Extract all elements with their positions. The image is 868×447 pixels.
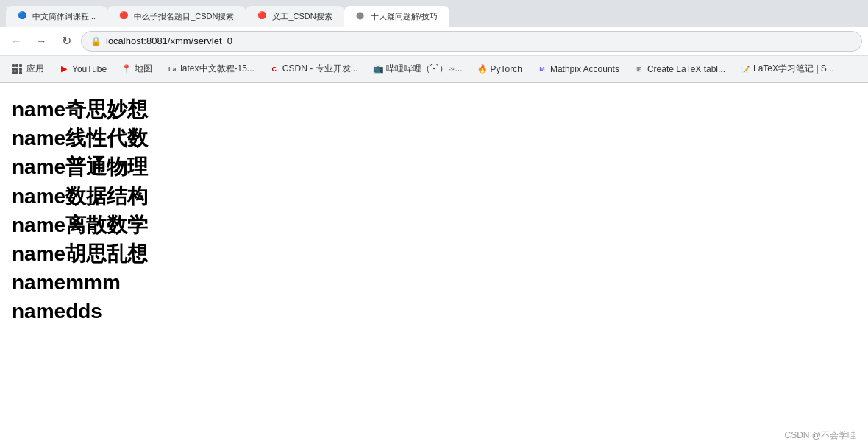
bookmark-latexnotes[interactable]: 📝 LaTeX学习笔记 | S... [734,60,840,78]
bookmark-pytorch[interactable]: 🔥 PyTorch [472,61,528,77]
name-item-2: name线性代数 [12,124,856,152]
bookmark-csdn-label: CSDN - 专业开发... [282,63,358,75]
name-item-3: name普通物理 [12,152,856,181]
bookmark-latexnotes-label: LaTeX学习笔记 | S... [753,63,834,75]
csdn-icon: C [269,64,280,74]
youtube-icon: ▶ [59,64,69,74]
latexnotes-icon: 📝 [740,64,750,74]
forward-button[interactable]: → [31,31,51,52]
reload-button[interactable]: ↻ [56,31,77,52]
tab-favicon-3: 🔴 [257,11,268,21]
bookmark-latex[interactable]: La latex中文教程-15... [161,60,260,78]
browser-tab-2[interactable]: 🔴 中么子报名题目_CSDN搜索 [107,6,246,27]
watermark: CSDN @不会学哇 [784,429,856,442]
browser-tab-4[interactable]: ⬤ 十大疑问题解/技巧 [344,6,449,27]
tab-favicon-1: 🔵 [18,11,28,21]
bookmark-mathpix-label: Mathpix Accounts [550,64,619,74]
latex-icon: La [167,64,177,74]
name-item-6: name胡思乱想 [12,239,856,268]
address-bar[interactable]: 🔒 localhost:8081/xmm/servlet_0 [81,31,862,52]
tab-favicon-2: 🔴 [119,11,129,21]
tab-favicon-4: ⬤ [356,11,366,21]
bookmark-apps-label: 应用 [26,63,44,75]
name-item-8: namedds [12,297,856,325]
pytorch-icon: 🔥 [477,64,488,74]
name-item-5: name离散数学 [12,211,856,239]
tab-label-1: 中文简体词课程... [32,11,96,22]
map-icon: 📍 [121,64,132,74]
name-item-1: name奇思妙想 [12,95,856,124]
bookmark-ditu-label: 地图 [135,63,152,75]
bookmark-bilibili-label: 哔哩哔哩（´-`）∽... [386,63,463,75]
bookmark-youtube[interactable]: ▶ YouTube [53,61,113,77]
bookmark-createlatex[interactable]: ⊞ Create LaTeX tabl... [628,61,731,77]
tab-label-4: 十大疑问题解/技巧 [371,11,438,22]
tab-label-2: 中么子报名题目_CSDN搜索 [134,11,234,22]
tab-bar: 🔵 中文简体词课程... 🔴 中么子报名题目_CSDN搜索 🔴 义工_CSDN搜… [0,0,868,27]
bookmark-createlatex-label: Create LaTeX tabl... [647,64,725,74]
bookmark-mathpix[interactable]: M Mathpix Accounts [531,61,625,77]
lock-icon: 🔒 [90,36,102,46]
bookmarks-bar: 应用 ▶ YouTube 📍 地图 La latex中文教程-15... C C… [0,56,868,82]
name-list: name奇思妙想name线性代数name普通物理name数据结构name离散数学… [12,95,856,326]
name-item-4: name数据结构 [12,182,856,211]
bookmark-bilibili[interactable]: 📺 哔哩哔哩（´-`）∽... [367,60,469,78]
browser-tab-3[interactable]: 🔴 义工_CSDN搜索 [246,6,344,27]
mathpix-icon: M [537,64,547,74]
bookmark-ditu[interactable]: 📍 地图 [115,60,158,78]
bookmark-csdn[interactable]: C CSDN - 专业开发... [263,60,364,78]
bookmark-youtube-label: YouTube [72,64,107,74]
tab-label-3: 义工_CSDN搜索 [272,11,332,22]
name-item-7: namemmm [12,268,856,297]
nav-bar: ← → ↻ 🔒 localhost:8081/xmm/servlet_0 [0,27,868,56]
bookmark-pytorch-label: PyTorch [491,64,522,74]
browser-tab-1[interactable]: 🔵 中文简体词课程... [6,6,107,27]
page-content: name奇思妙想name线性代数name普通物理name数据结构name离散数学… [0,83,868,447]
back-button[interactable]: ← [6,31,26,52]
apps-icon [12,64,22,74]
address-text: localhost:8081/xmm/servlet_0 [106,35,232,46]
bilibili-icon: 📺 [373,64,383,74]
bookmark-apps[interactable]: 应用 [6,60,50,78]
createlatex-icon: ⊞ [634,64,644,74]
bookmark-latex-label: latex中文教程-15... [180,63,255,75]
